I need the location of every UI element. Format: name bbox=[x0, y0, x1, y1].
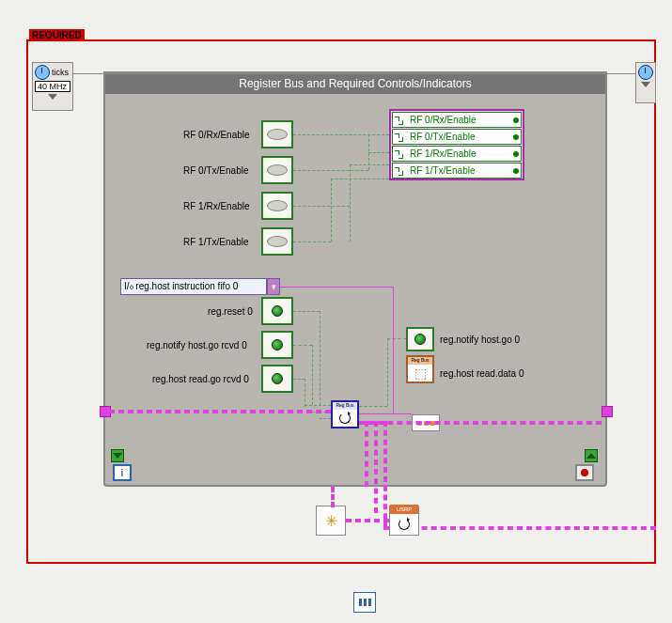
wire bbox=[387, 338, 406, 339]
node-usrp[interactable]: USRP bbox=[389, 506, 419, 536]
node-reg-notify-rcvd[interactable] bbox=[261, 331, 293, 359]
led-icon bbox=[513, 117, 519, 123]
wire-cluster bbox=[346, 519, 389, 522]
clock-sink-box[interactable] bbox=[635, 62, 656, 103]
fifo-label: reg.host instruction fifo 0 bbox=[135, 281, 238, 291]
led-icon bbox=[414, 334, 426, 345]
control-rf1rx-enable[interactable] bbox=[261, 192, 293, 220]
wire-cluster bbox=[383, 421, 387, 528]
led-icon bbox=[272, 339, 283, 350]
wire-ref bbox=[359, 413, 412, 414]
wire-cluster bbox=[374, 421, 378, 513]
bar-icon bbox=[368, 599, 371, 606]
indicator-rf1rx: RF 1/Rx/Enable bbox=[392, 146, 522, 162]
node-reg-reset[interactable] bbox=[261, 297, 293, 325]
refresh-icon bbox=[339, 413, 351, 424]
wire bbox=[368, 152, 389, 153]
control-rf0rx-enable[interactable] bbox=[261, 120, 293, 148]
wire-ref bbox=[280, 287, 393, 288]
label-reg-read-data: reg.host read.data 0 bbox=[440, 368, 524, 379]
ind-label: RF 1/Tx/Enable bbox=[410, 165, 475, 176]
label-rf0tx-ctrl: RF 0/Tx/Enable bbox=[183, 165, 248, 176]
wire bbox=[312, 345, 313, 405]
clock-icon bbox=[638, 65, 653, 80]
wire bbox=[359, 406, 387, 407]
wire bbox=[320, 418, 331, 419]
led-icon bbox=[272, 305, 283, 317]
star-icon: ✳ bbox=[325, 512, 337, 530]
label-reg-notify-go: reg.notify host.go 0 bbox=[440, 335, 520, 345]
ticks-label: ticks bbox=[52, 68, 69, 77]
wire bbox=[331, 179, 332, 241]
led-icon bbox=[272, 373, 283, 384]
node-regbus-right[interactable]: Reg Bus ⬚ bbox=[406, 355, 434, 383]
waveform-icon bbox=[395, 150, 408, 158]
wire bbox=[293, 170, 368, 171]
chevron-down-icon[interactable] bbox=[48, 94, 57, 100]
tunnel-arrow-up[interactable] bbox=[585, 449, 598, 462]
clock-source-box[interactable]: ticks 40 MHz bbox=[32, 62, 73, 111]
led-icon bbox=[513, 134, 519, 140]
waveform-icon bbox=[395, 133, 408, 141]
wire bbox=[350, 164, 351, 241]
wire-cluster bbox=[383, 526, 656, 530]
indicator-rf0rx: RF 0/Rx/Enable bbox=[392, 112, 522, 128]
clock-rate[interactable]: 40 MHz bbox=[35, 81, 70, 92]
wire bbox=[305, 405, 331, 406]
usrp-header: USRP bbox=[390, 505, 418, 514]
wire bbox=[293, 379, 305, 380]
node-array-terminal[interactable] bbox=[353, 592, 376, 613]
block-diagram-canvas: REQUIRED ticks 40 MHz Register Bus and R… bbox=[0, 0, 672, 623]
wire bbox=[331, 179, 389, 179]
label-reg-notify-rcvd: reg.notify host.go rcvd 0 bbox=[147, 340, 247, 350]
clock-icon bbox=[35, 65, 50, 80]
fifo-reference[interactable]: I/₀ reg.host instruction fifo 0 bbox=[120, 278, 267, 295]
ind-label: RF 0/Rx/Enable bbox=[410, 115, 477, 125]
wire-cluster bbox=[365, 421, 368, 487]
wire bbox=[293, 311, 320, 312]
wire bbox=[387, 338, 388, 406]
waveform-icon bbox=[395, 117, 408, 124]
label-rf1rx-ctrl: RF 1/Rx/Enable bbox=[183, 201, 250, 211]
led-icon bbox=[513, 151, 519, 157]
regbus-header: Reg Bus bbox=[408, 357, 432, 365]
waveform-icon bbox=[395, 167, 408, 175]
wire bbox=[320, 311, 320, 405]
chevron-down-icon[interactable] bbox=[641, 82, 650, 87]
node-regbus-main[interactable]: Reg Bus bbox=[331, 400, 359, 428]
node-reg-notify-go[interactable] bbox=[406, 327, 434, 351]
wire bbox=[293, 206, 350, 207]
loop-stop-terminal[interactable] bbox=[575, 464, 594, 481]
refresh-icon bbox=[399, 519, 410, 530]
indicator-cluster[interactable]: RF 0/Rx/Enable RF 0/Tx/Enable RF 1/Rx/En… bbox=[389, 109, 524, 180]
led-icon bbox=[513, 168, 519, 174]
wire-clock bbox=[73, 73, 635, 74]
wire-cluster bbox=[331, 487, 335, 507]
ind-label: RF 0/Tx/Enable bbox=[410, 132, 475, 142]
label-rf0rx-ctrl: RF 0/Rx/Enable bbox=[183, 130, 250, 140]
label-reg-reset: reg.reset 0 bbox=[208, 306, 253, 317]
bar-icon bbox=[359, 599, 362, 606]
tunnel-arrow-down[interactable] bbox=[111, 449, 124, 462]
loop-iteration-terminal[interactable]: i bbox=[113, 464, 132, 481]
indicator-rf0tx: RF 0/Tx/Enable bbox=[392, 129, 522, 145]
control-rf1tx-enable[interactable] bbox=[261, 227, 293, 256]
wire bbox=[350, 164, 389, 165]
control-rf0tx-enable[interactable] bbox=[261, 156, 293, 184]
wire-ref bbox=[393, 287, 394, 413]
fifo-dropdown-icon[interactable]: ▾ bbox=[267, 278, 280, 295]
wire bbox=[293, 345, 312, 346]
wire bbox=[293, 134, 389, 135]
regbus-header: Reg Bus bbox=[333, 402, 357, 410]
indicator-rf1tx: RF 1/Tx/Enable bbox=[392, 163, 522, 179]
bar-icon bbox=[364, 599, 367, 606]
wire bbox=[305, 379, 305, 407]
wire-cluster bbox=[359, 421, 602, 425]
node-reg-read-rcvd[interactable] bbox=[261, 365, 293, 393]
wire bbox=[293, 241, 331, 242]
loop-title: Register Bus and Required Controls/Indic… bbox=[105, 73, 605, 94]
tunnel-shift-register-right[interactable] bbox=[602, 406, 613, 417]
label-reg-read-rcvd: reg.host read.go rcvd 0 bbox=[152, 374, 249, 384]
label-rf1tx-ctrl: RF 1/Tx/Enable bbox=[183, 237, 248, 247]
node-bundle[interactable]: ✳ bbox=[316, 506, 346, 536]
